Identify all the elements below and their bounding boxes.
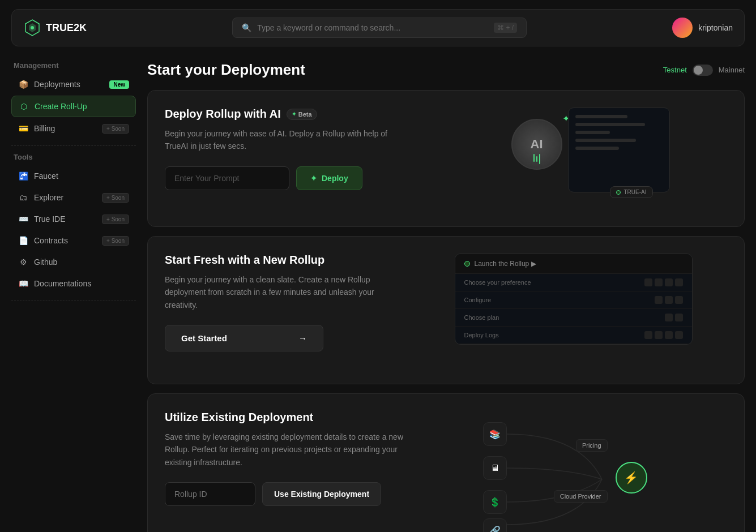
sidebar-item-label: Deployments — [34, 80, 80, 89]
row-label: Choose your preference — [464, 279, 531, 286]
deploy-icon: ✦ — [310, 174, 317, 183]
prompt-input[interactable] — [165, 166, 289, 190]
ai-deploy-actions: ✦ Deploy — [165, 166, 408, 190]
fresh-rollup-actions: Get Started → — [165, 325, 408, 351]
new-badge: New — [109, 80, 129, 89]
fresh-rollup-title: Start Fresh with a New Rollup — [165, 254, 408, 267]
icon-dot — [655, 296, 663, 304]
sidebar: Management 📦 Deployments New ⬡ Create Ro… — [11, 55, 136, 532]
get-started-button[interactable]: Get Started → — [165, 325, 323, 351]
arrow-icon: → — [298, 333, 307, 343]
sidebar-item-true-ide[interactable]: ⌨️ True IDE + Soon — [11, 209, 136, 229]
sidebar-item-label: Explorer — [34, 193, 63, 202]
sidebar-item-github[interactable]: ⚙ Github — [11, 252, 136, 272]
search-bar[interactable]: 🔍 ⌘ + / — [232, 18, 527, 38]
soon-badge: + Soon — [102, 124, 129, 134]
existing-deploy-card: Utilize Existing Deployment Save time by… — [147, 393, 745, 532]
ai-screen — [568, 108, 670, 192]
node-2: 🖥 — [483, 456, 507, 480]
sidebar-item-faucet[interactable]: 🚰 Faucet — [11, 166, 136, 186]
sidebar-item-deployments[interactable]: 📦 Deployments New — [11, 74, 136, 95]
logo: TRUE2K — [23, 19, 87, 37]
row-icons — [644, 331, 683, 339]
beta-badge: Beta — [287, 109, 317, 120]
fresh-rollup-desc: Begin your journey with a clean slate. C… — [165, 273, 408, 311]
screen-line — [575, 123, 645, 126]
sidebar-item-explorer[interactable]: 🗂 Explorer + Soon — [11, 187, 136, 208]
content: Start your Deployment Testnet Mainnet De… — [147, 55, 745, 532]
sidebar-item-contracts[interactable]: 📄 Contracts + Soon — [11, 230, 136, 251]
soon-badge: + Soon — [102, 236, 129, 246]
user-info: kriptonian — [672, 18, 733, 38]
page-title: Start your Deployment — [147, 61, 305, 79]
icon-dot — [665, 296, 673, 304]
ai-deploy-title: Deploy Rollup with AI Beta — [165, 108, 408, 121]
ai-graphic: ✦ ✦ AI — [477, 108, 670, 209]
row-label: Deploy Logs — [464, 332, 499, 338]
rollup-row-4: Deploy Logs — [455, 327, 692, 344]
sidebar-item-label: Faucet — [34, 171, 58, 181]
ai-deploy-card: Deploy Rollup with AI Beta Begin your jo… — [147, 90, 745, 227]
sidebar-item-label: Documentations — [34, 279, 91, 288]
node-4: 🔗 — [483, 518, 507, 532]
sidebar-item-documentations[interactable]: 📖 Documentations — [11, 273, 136, 294]
existing-deploy-visual: 📚 🖥 💲 🔗 ⚡ ⚡ Pricing Cloud Provider — [420, 411, 727, 532]
icon-dot — [665, 314, 673, 321]
screen-line — [575, 131, 610, 134]
search-icon: 🔍 — [242, 23, 251, 32]
use-existing-button[interactable]: Use Existing Deployment — [262, 482, 381, 506]
existing-deploy-actions: Use Existing Deployment — [165, 482, 408, 506]
sidebar-item-create-rollup[interactable]: ⬡ Create Roll-Up — [11, 96, 136, 117]
true-ai-badge: TRUE-AI — [610, 186, 653, 198]
mainnet-label: Mainnet — [719, 66, 745, 74]
ai-deploy-desc: Begin your journey with ease of AI. Depl… — [165, 127, 408, 153]
deploy-button[interactable]: ✦ Deploy — [296, 166, 362, 190]
network-toggle: Testnet Mainnet — [663, 65, 745, 76]
icon-dot — [655, 278, 663, 286]
contracts-icon: 📄 — [18, 235, 28, 246]
explorer-icon: 🗂 — [18, 192, 28, 203]
soon-badge: + Soon — [102, 193, 129, 203]
search-input[interactable] — [257, 23, 488, 32]
ai-orb: AI — [511, 119, 562, 170]
rollup-screen-header: Launch the Rollup ▶ — [455, 254, 692, 274]
content-header: Start your Deployment Testnet Mainnet — [147, 61, 745, 79]
sidebar-divider-1 — [11, 145, 136, 146]
sidebar-item-label: Create Roll-Up — [35, 102, 87, 111]
billing-icon: 💳 — [18, 123, 28, 134]
fresh-rollup-visual: Launch the Rollup ▶ Choose your preferen… — [420, 254, 727, 367]
rollup-row-1: Choose your preference — [455, 274, 692, 291]
true-ide-icon: ⌨️ — [18, 214, 28, 224]
row-icons — [644, 278, 683, 286]
node-3: 💲 — [483, 490, 507, 514]
sidebar-item-billing[interactable]: 💳 Billing + Soon — [11, 118, 136, 139]
testnet-label: Testnet — [663, 66, 687, 74]
icon-dot — [665, 278, 673, 286]
logo-text: TRUE2K — [46, 22, 87, 34]
tools-label: Tools — [11, 153, 136, 161]
fresh-rollup-card: Start Fresh with a New Rollup Begin your… — [147, 236, 745, 384]
rollup-id-input[interactable] — [165, 482, 255, 506]
row-icons — [655, 296, 683, 304]
rollup-screen: Launch the Rollup ▶ Choose your preferen… — [455, 254, 693, 345]
logo-icon — [23, 19, 41, 37]
icon-dot — [644, 278, 652, 286]
deployments-icon: 📦 — [18, 79, 28, 89]
sidebar-item-label: Billing — [34, 124, 55, 133]
sidebar-item-label: Github — [34, 258, 57, 267]
pricing-popup: Pricing — [576, 439, 608, 452]
rollup-row-2: Configure — [455, 291, 692, 309]
screen-line — [575, 139, 637, 142]
icon-dot — [675, 296, 683, 304]
row-icons — [665, 314, 683, 321]
network-toggle-switch[interactable] — [693, 65, 713, 76]
row-label: Configure — [464, 297, 492, 303]
launch-dot — [464, 261, 470, 267]
topbar: TRUE2K 🔍 ⌘ + / kriptonian — [11, 9, 745, 46]
icon-dot — [644, 331, 652, 339]
github-icon: ⚙ — [18, 257, 28, 267]
toggle-knob — [694, 66, 703, 75]
screen-line — [575, 115, 627, 118]
icon-dot — [675, 331, 683, 339]
existing-deploy-desc: Save time by leveraging existing deploym… — [165, 431, 408, 469]
